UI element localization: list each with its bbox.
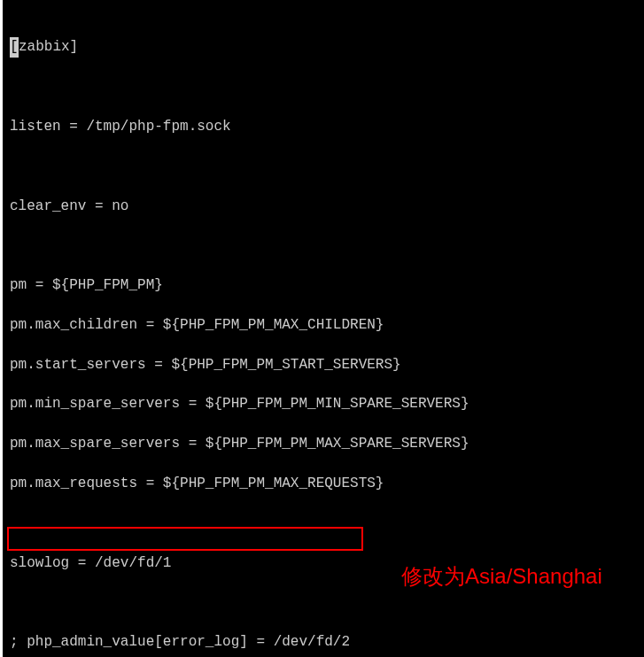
section-header: zabbix] <box>19 39 78 55</box>
empty-line <box>10 77 637 97</box>
annotation-text: 修改为Asia/Shanghai <box>401 562 602 591</box>
config-line-pm-max-children: pm.max_children = ${PHP_FPM_PM_MAX_CHILD… <box>10 315 637 335</box>
config-line-pm-min-spare: pm.min_spare_servers = ${PHP_FPM_PM_MIN_… <box>10 394 637 414</box>
config-line-pm: pm = ${PHP_FPM_PM} <box>10 275 637 295</box>
config-file-content: [zabbix] listen = /tmp/php-fpm.sock clea… <box>10 18 637 657</box>
empty-line <box>10 157 637 176</box>
config-line-listen: listen = /tmp/php-fpm.sock <box>10 117 637 136</box>
cursor-block: [ <box>10 37 19 57</box>
config-line-clear-env: clear_env = no <box>10 197 637 216</box>
empty-line <box>10 592 637 612</box>
empty-line <box>10 236 637 255</box>
config-line-pm-max-spare: pm.max_spare_servers = ${PHP_FPM_PM_MAX_… <box>10 434 637 453</box>
config-line-pm-start-servers: pm.start_servers = ${PHP_FPM_PM_START_SE… <box>10 355 637 375</box>
config-line-comment: ; php_admin_value[error_log] = /dev/fd/2 <box>10 632 637 652</box>
empty-line <box>10 514 637 533</box>
config-line-pm-max-requests: pm.max_requests = ${PHP_FPM_PM_MAX_REQUE… <box>10 474 637 493</box>
section-header-line: [zabbix] <box>10 37 637 57</box>
